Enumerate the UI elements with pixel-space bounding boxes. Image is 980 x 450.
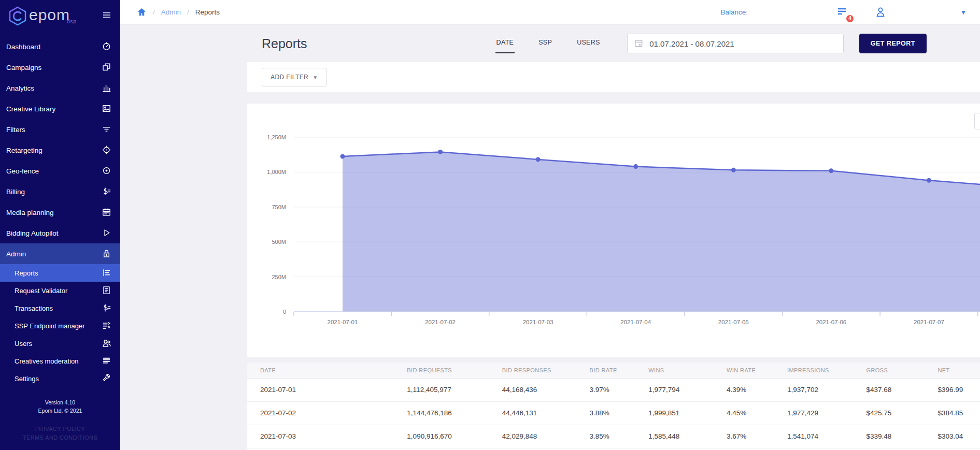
table-cell: 1,937,702: [787, 378, 867, 401]
sidebar-subitem-settings[interactable]: Settings: [0, 370, 120, 387]
column-header-impressions: IMPRESSIONS: [787, 362, 867, 378]
table-cell: 1,585,448: [648, 425, 727, 448]
get-report-button[interactable]: GET REPORT: [859, 34, 927, 53]
svg-text:250M: 250M: [272, 274, 286, 280]
sidebar-item-label: Creative Library: [6, 105, 102, 113]
brand-name: epom: [29, 7, 70, 23]
footer-link-terms-and-conditions[interactable]: TERMS AND CONDITIONS: [0, 433, 120, 443]
table-cell: 2021-07-01: [247, 378, 407, 401]
sidebar-item-campaigns[interactable]: Campaigns: [0, 57, 120, 78]
sidebar-item-creative-library[interactable]: Creative Library: [0, 98, 120, 119]
column-header-gross: GROSS: [866, 362, 938, 378]
dollar-lines-icon: [102, 303, 112, 313]
table-cell: $396.99: [938, 378, 980, 401]
table-cell: 42,029,848: [502, 425, 590, 448]
svg-text:750M: 750M: [272, 204, 286, 210]
table-cell: 3.88%: [590, 401, 649, 425]
main-area: / Admin / Reports Balance: 4 ▼ Reports: [120, 0, 980, 450]
sidebar-item-label: Bidding Autopilot: [6, 229, 102, 237]
sidebar-item-analytics[interactable]: Analytics: [0, 78, 120, 98]
breadcrumb-current: Reports: [195, 8, 220, 16]
date-range-input[interactable]: [649, 39, 837, 48]
column-header-net: NET: [938, 362, 980, 378]
notifications-icon[interactable]: 4: [836, 6, 849, 19]
svg-text:2021-07-04: 2021-07-04: [620, 319, 651, 325]
svg-text:2021-07-07: 2021-07-07: [914, 319, 944, 325]
sidebar-subitem-reports[interactable]: Reports: [0, 264, 120, 282]
table-cell: 1,977,429: [787, 401, 867, 425]
column-header-bid-requests: BID REQUESTS: [407, 362, 502, 378]
sidebar-item-media-planning[interactable]: Media planning: [0, 202, 120, 223]
svg-text:2021-07-05: 2021-07-05: [718, 319, 749, 325]
sidebar-subitem-ssp-endpoint-manager[interactable]: SSP Endpoint manager: [0, 317, 120, 335]
users-icon: [102, 338, 112, 349]
sidebar-subitem-label: Users: [15, 340, 102, 347]
date-range-field[interactable]: [627, 34, 844, 53]
chevron-down-icon: ▼: [313, 75, 318, 80]
report-table-panel: DATEBID REQUESTSBID RESPONSESBID RATEWIN…: [247, 362, 980, 450]
user-icon[interactable]: [874, 6, 888, 19]
crosshair-icon: [102, 145, 112, 155]
home-icon[interactable]: [137, 7, 147, 17]
wrench-icon: [102, 373, 112, 384]
pin-icon: [102, 166, 112, 176]
sidebar-item-label: Filters: [6, 126, 102, 134]
svg-text:1,000M: 1,000M: [267, 169, 286, 175]
copyright-text: Epom Ltd. © 2021: [0, 407, 120, 415]
tab-date[interactable]: DATE: [495, 34, 515, 53]
tab-users[interactable]: USERS: [576, 34, 601, 53]
breadcrumb-link-admin[interactable]: Admin: [161, 8, 181, 16]
sidebar-item-dashboard[interactable]: Dashboard: [0, 36, 120, 57]
sidebar-item-admin[interactable]: Admin: [0, 243, 120, 264]
validator-icon: [102, 285, 112, 296]
breadcrumb-separator: /: [187, 8, 189, 16]
column-header-bid-rate: BID RATE: [590, 362, 649, 378]
table-cell: $339.48: [866, 425, 938, 448]
report-tabs: DATESSPUSERS: [495, 34, 601, 53]
table-cell: 4.39%: [727, 378, 787, 401]
layers-icon: [102, 356, 112, 366]
sidebar-item-label: Geo-fence: [6, 167, 102, 175]
table-cell: 1,541,074: [787, 425, 867, 448]
sidebar-item-bidding-autopilot[interactable]: Bidding Autopilot: [0, 223, 120, 243]
logo-row: epom dsp: [0, 0, 120, 32]
calendar-icon: [634, 38, 643, 49]
sidebar-item-label: Campaigns: [6, 64, 102, 71]
sidebar-item-retargeting[interactable]: Retargeting: [0, 140, 120, 161]
svg-text:2021-07-02: 2021-07-02: [425, 319, 456, 325]
svg-text:2021-07-06: 2021-07-06: [816, 319, 846, 325]
balance-label: Balance:: [721, 8, 748, 16]
sidebar-item-billing[interactable]: Billing: [0, 181, 120, 202]
header-band: Reports DATESSPUSERS GET REPORT: [120, 25, 980, 62]
sidebar-item-label: Media planning: [6, 209, 102, 216]
footer-link-privacy-policy[interactable]: PRIVACY POLICY: [0, 425, 120, 434]
table-cell: 3.67%: [727, 425, 787, 448]
table-cell: 44,168,436: [502, 378, 590, 401]
copy-icon: [102, 62, 112, 72]
table-cell: 1,090,916,670: [407, 425, 502, 448]
sidebar-subitem-users[interactable]: Users: [0, 335, 120, 352]
sidebar: epom dsp DashboardCampaignsAnalyticsCrea…: [0, 0, 120, 450]
sidebar-subitem-creatives-moderation[interactable]: Creatives moderation: [0, 352, 120, 370]
sidebar-item-filters[interactable]: Filters: [0, 119, 120, 140]
breadcrumb: / Admin / Reports: [137, 7, 220, 17]
table-cell: $384.85: [938, 401, 980, 425]
tab-ssp[interactable]: SSP: [537, 34, 553, 53]
metric-selector-button[interactable]: METRIC: BID REQUESTS ▼: [974, 113, 980, 129]
sidebar-subitem-label: Settings: [15, 375, 102, 383]
hamburger-icon[interactable]: [102, 10, 112, 22]
filter-bar: ADD FILTER ▼: [247, 62, 980, 92]
table-row: 2021-07-031,090,916,67042,029,8483.85%1,…: [247, 425, 980, 448]
sidebar-subitem-request-validator[interactable]: Request Validator: [0, 282, 120, 299]
sidebar-item-geo-fence[interactable]: Geo-fence: [0, 161, 120, 181]
play-icon: [102, 228, 112, 238]
svg-text:0: 0: [283, 309, 286, 315]
account-caret-icon[interactable]: ▼: [960, 9, 967, 16]
table-cell: $303.04: [938, 425, 980, 448]
add-filter-button[interactable]: ADD FILTER ▼: [262, 68, 326, 86]
page-title: Reports: [262, 36, 307, 51]
app-root: epom dsp DashboardCampaignsAnalyticsCrea…: [0, 0, 980, 450]
table-row: 2021-07-021,144,476,18644,446,1313.88%1,…: [247, 401, 980, 425]
table-cell: 2021-07-02: [247, 401, 407, 425]
sidebar-subitem-transactions[interactable]: Transactions: [0, 299, 120, 317]
